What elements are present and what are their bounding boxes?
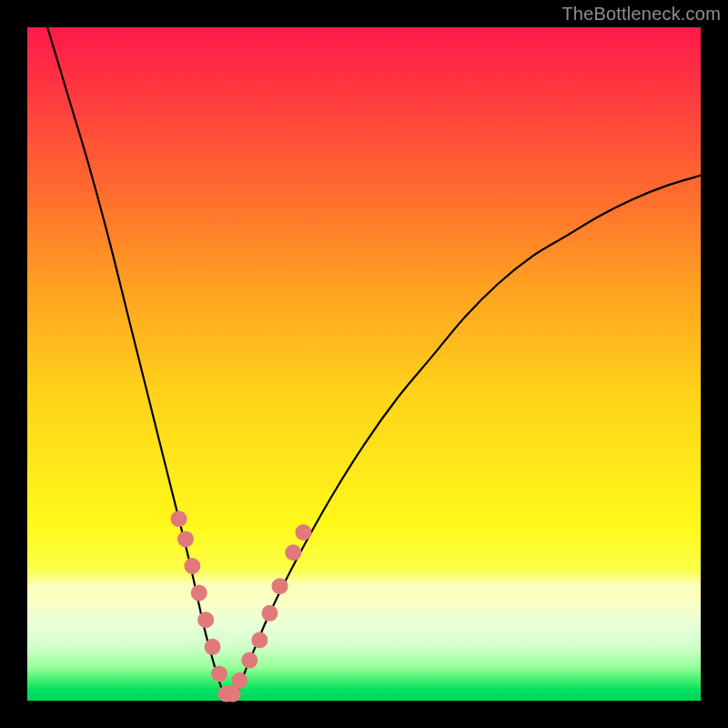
marker-dot [272, 578, 288, 594]
bottleneck-curve [27, 0, 701, 701]
highlight-dots [171, 511, 312, 702]
marker-dot [295, 524, 311, 541]
marker-dot [241, 652, 258, 669]
marker-dot [231, 672, 248, 689]
marker-dot [205, 639, 221, 655]
marker-dot [197, 612, 214, 628]
watermark-text: TheBottleneck.com [561, 4, 721, 25]
marker-dot [184, 558, 200, 574]
marker-dot [251, 632, 268, 648]
plot-svg [27, 27, 701, 701]
chart-frame: TheBottleneck.com [0, 0, 728, 728]
marker-dot [211, 665, 228, 682]
marker-dot [285, 544, 301, 561]
plot-area [27, 27, 701, 701]
marker-dot [171, 511, 187, 527]
marker-dot [261, 605, 278, 622]
marker-dot [177, 531, 194, 547]
marker-dot [191, 585, 207, 602]
